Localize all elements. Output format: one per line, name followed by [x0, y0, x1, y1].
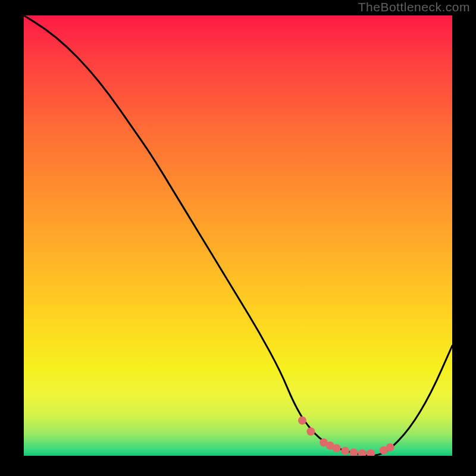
- plot-area: [24, 15, 452, 456]
- flat-region-dot: [298, 416, 306, 425]
- bottleneck-chart-svg: [24, 15, 452, 456]
- chart-frame: TheBottleneck.com: [0, 0, 476, 476]
- flat-region-dot: [333, 444, 341, 452]
- gradient-background: [24, 15, 452, 456]
- flat-region-dot: [306, 427, 315, 436]
- watermark-text: TheBottleneck.com: [358, 0, 470, 14]
- flat-region-dot: [386, 443, 394, 452]
- flat-region-dot: [341, 447, 349, 455]
